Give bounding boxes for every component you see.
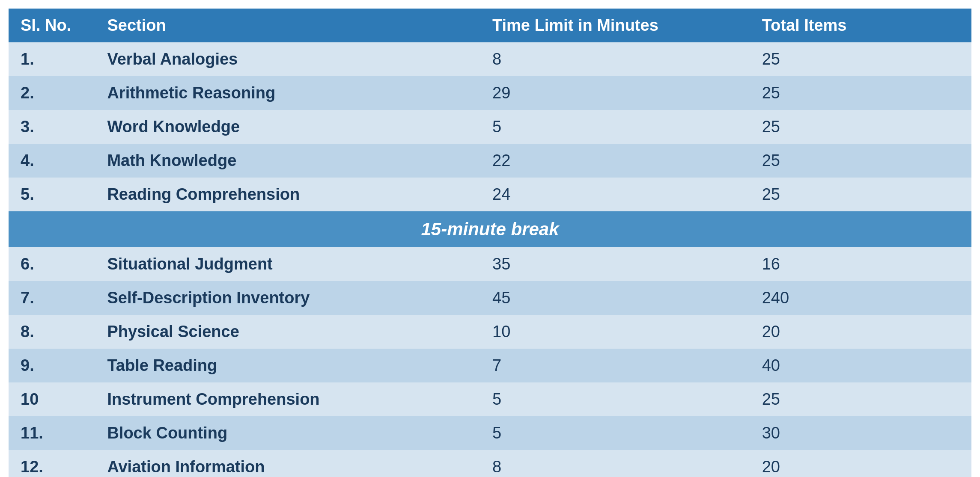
cell-slno: 1. bbox=[9, 42, 95, 76]
cell-items: 25 bbox=[750, 178, 971, 211]
table-row: 11.Block Counting530 bbox=[9, 416, 971, 450]
cell-time: 7 bbox=[480, 349, 750, 382]
header-row: Sl. No. Section Time Limit in Minutes To… bbox=[9, 9, 971, 42]
table-row: 12.Aviation Information820 bbox=[9, 450, 971, 477]
cell-section: Table Reading bbox=[95, 349, 480, 382]
cell-time: 22 bbox=[480, 144, 750, 178]
break-row: 15-minute break bbox=[9, 211, 971, 247]
cell-section: Reading Comprehension bbox=[95, 178, 480, 211]
table-row: 1.Verbal Analogies825 bbox=[9, 42, 971, 76]
table-row: 6.Situational Judgment3516 bbox=[9, 247, 971, 281]
cell-section: Math Knowledge bbox=[95, 144, 480, 178]
cell-items: 240 bbox=[750, 281, 971, 315]
cell-items: 30 bbox=[750, 416, 971, 450]
cell-slno: 11. bbox=[9, 416, 95, 450]
cell-items: 16 bbox=[750, 247, 971, 281]
cell-items: 25 bbox=[750, 110, 971, 144]
cell-section: Instrument Comprehension bbox=[95, 382, 480, 416]
header-slno: Sl. No. bbox=[9, 9, 95, 42]
cell-items: 25 bbox=[750, 382, 971, 416]
cell-slno: 5. bbox=[9, 178, 95, 211]
table-row: 7.Self-Description Inventory45240 bbox=[9, 281, 971, 315]
cell-time: 8 bbox=[480, 42, 750, 76]
table-row: 5.Reading Comprehension2425 bbox=[9, 178, 971, 211]
cell-slno: 7. bbox=[9, 281, 95, 315]
header-items: Total Items bbox=[750, 9, 971, 42]
cell-slno: 10 bbox=[9, 382, 95, 416]
cell-section: Word Knowledge bbox=[95, 110, 480, 144]
cell-slno: 8. bbox=[9, 315, 95, 349]
cell-time: 5 bbox=[480, 382, 750, 416]
cell-items: 25 bbox=[750, 76, 971, 110]
table-row: 3.Word Knowledge525 bbox=[9, 110, 971, 144]
cell-section: Verbal Analogies bbox=[95, 42, 480, 76]
cell-slno: 4. bbox=[9, 144, 95, 178]
table-row: 8.Physical Science1020 bbox=[9, 315, 971, 349]
cell-time: 29 bbox=[480, 76, 750, 110]
table-row: 2.Arithmetic Reasoning2925 bbox=[9, 76, 971, 110]
cell-items: 20 bbox=[750, 315, 971, 349]
cell-slno: 2. bbox=[9, 76, 95, 110]
cell-section: Physical Science bbox=[95, 315, 480, 349]
cell-time: 10 bbox=[480, 315, 750, 349]
table-row: 10Instrument Comprehension525 bbox=[9, 382, 971, 416]
cell-time: 24 bbox=[480, 178, 750, 211]
cell-items: 25 bbox=[750, 42, 971, 76]
cell-section: Aviation Information bbox=[95, 450, 480, 477]
table-row: 4.Math Knowledge2225 bbox=[9, 144, 971, 178]
cell-items: 40 bbox=[750, 349, 971, 382]
header-time: Time Limit in Minutes bbox=[480, 9, 750, 42]
cell-slno: 12. bbox=[9, 450, 95, 477]
cell-slno: 6. bbox=[9, 247, 95, 281]
asvab-table: Sl. No. Section Time Limit in Minutes To… bbox=[9, 9, 971, 477]
cell-slno: 3. bbox=[9, 110, 95, 144]
cell-section: Arithmetic Reasoning bbox=[95, 76, 480, 110]
cell-section: Self-Description Inventory bbox=[95, 281, 480, 315]
cell-items: 20 bbox=[750, 450, 971, 477]
cell-time: 35 bbox=[480, 247, 750, 281]
cell-section: Block Counting bbox=[95, 416, 480, 450]
cell-slno: 9. bbox=[9, 349, 95, 382]
header-section: Section bbox=[95, 9, 480, 42]
table-row: 9.Table Reading740 bbox=[9, 349, 971, 382]
cell-items: 25 bbox=[750, 144, 971, 178]
cell-time: 5 bbox=[480, 110, 750, 144]
cell-time: 5 bbox=[480, 416, 750, 450]
cell-time: 45 bbox=[480, 281, 750, 315]
cell-time: 8 bbox=[480, 450, 750, 477]
table-container: Sl. No. Section Time Limit in Minutes To… bbox=[9, 9, 971, 477]
cell-section: Situational Judgment bbox=[95, 247, 480, 281]
